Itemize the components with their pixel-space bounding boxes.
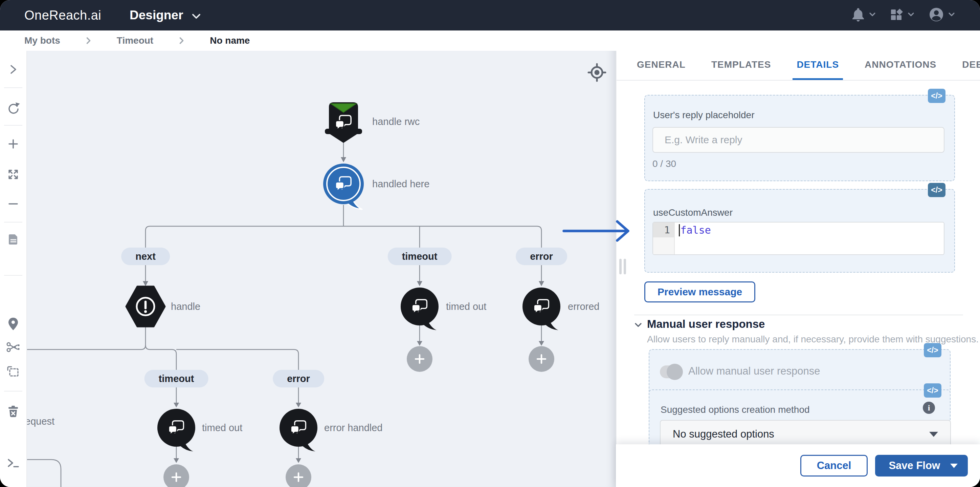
tab-debugging[interactable]: DEBUGGING — [958, 51, 980, 80]
char-counter: 0 / 30 — [652, 158, 676, 169]
app-window: OneReach.ai Designer — [0, 0, 980, 487]
flow-canvas[interactable]: handle rwc handled here next timeout err… — [27, 51, 616, 487]
branch-pill-timeout-2[interactable]: timeout — [145, 370, 208, 388]
plus-icon — [171, 472, 182, 482]
breadcrumb-current-name[interactable]: No name — [210, 35, 250, 46]
canvas-toolbar — [0, 51, 27, 487]
topbar-actions — [837, 0, 955, 30]
top-bar: OneReach.ai Designer — [0, 0, 980, 30]
terminal-icon[interactable] — [0, 451, 26, 475]
tab-templates[interactable]: TEMPLATES — [707, 51, 775, 80]
chevron-down-icon — [192, 8, 200, 22]
plus-icon — [293, 472, 304, 482]
node-label: handle — [171, 301, 200, 312]
zoom-in-icon[interactable] — [0, 132, 26, 156]
chevron-down-icon — [869, 12, 876, 18]
breadcrumb-flow[interactable]: Timeout — [117, 35, 153, 46]
apps-grid-icon — [890, 8, 904, 23]
node-label: timed out — [446, 301, 486, 312]
toolbar-divider — [4, 275, 22, 276]
text-cursor — [679, 224, 680, 236]
save-flow-label: Save Flow — [889, 460, 940, 472]
toolbar-divider — [4, 87, 22, 88]
annotation-arrow-icon — [562, 217, 640, 244]
node-message-selected[interactable] — [319, 159, 369, 212]
avatar-icon — [929, 7, 944, 24]
cut-icon[interactable] — [0, 335, 26, 359]
dropdown-caret-icon — [929, 432, 938, 437]
save-options-caret-icon[interactable] — [950, 464, 958, 468]
branch-pill-error-2[interactable]: error — [273, 370, 324, 388]
toolbar-divider — [4, 391, 22, 391]
node-alert[interactable] — [125, 286, 166, 329]
chevron-right-icon — [86, 37, 91, 45]
panel-resize-handle[interactable] — [619, 259, 622, 274]
code-mode-toggle-icon[interactable]: </> — [928, 183, 945, 197]
editor-gutter: 1 — [653, 222, 675, 254]
toggle-knob — [667, 364, 683, 380]
plus-icon — [536, 354, 547, 364]
node-message[interactable] — [157, 408, 199, 454]
code-mode-toggle-icon[interactable]: </> — [924, 383, 942, 398]
node-message[interactable] — [522, 287, 565, 333]
refresh-icon[interactable] — [0, 96, 26, 120]
editor-code-line[interactable]: false — [675, 222, 944, 254]
node-label: error handled — [324, 422, 383, 433]
branch-pill-error[interactable]: error — [516, 247, 567, 265]
code-mode-toggle-icon[interactable]: </> — [928, 89, 945, 103]
add-step-button[interactable] — [164, 464, 189, 487]
bell-icon — [851, 7, 865, 23]
chevron-down-icon — [908, 12, 914, 18]
location-icon[interactable] — [0, 312, 26, 336]
add-step-button[interactable] — [407, 346, 433, 372]
notifications-menu[interactable] — [851, 7, 876, 23]
tab-details[interactable]: DETAILS — [792, 51, 843, 80]
save-flow-button[interactable]: Save Flow — [875, 455, 968, 476]
select-area-icon[interactable] — [0, 360, 26, 383]
node-label: timed out — [202, 422, 242, 433]
node-label: handled here — [372, 179, 430, 190]
app-switcher[interactable]: Designer — [130, 0, 200, 30]
tab-annotations[interactable]: ANNOTATIONS — [861, 51, 940, 80]
locate-crosshair-icon[interactable] — [586, 62, 608, 83]
details-panel: GENERAL TEMPLATES DETAILS ANNOTATIONS DE… — [616, 51, 980, 487]
cancel-button[interactable]: Cancel — [800, 455, 868, 476]
section-title: Manual user response — [647, 318, 765, 331]
chevron-down-icon — [948, 12, 955, 18]
preview-message-button[interactable]: Preview message — [644, 281, 755, 302]
notes-document-icon[interactable] — [0, 228, 26, 251]
field-label: User's reply placeholder — [653, 110, 754, 121]
tab-general[interactable]: GENERAL — [633, 51, 690, 80]
breadcrumb-my-bots[interactable]: My bots — [24, 35, 60, 46]
toolbar-divider — [4, 222, 22, 222]
collapse-panel-icon[interactable] — [0, 57, 26, 81]
info-icon[interactable]: i — [923, 402, 935, 414]
plus-icon — [414, 354, 425, 364]
node-label: handle rwc — [372, 116, 420, 127]
node-label-clipped: equest — [27, 416, 54, 427]
apps-menu[interactable] — [890, 8, 914, 23]
branch-pill-next[interactable]: next — [121, 247, 170, 265]
zoom-out-icon[interactable] — [0, 192, 26, 216]
fit-to-screen-icon[interactable] — [0, 163, 26, 186]
line-number: 1 — [653, 222, 674, 237]
delete-icon[interactable] — [0, 400, 26, 423]
branch-pill-timeout[interactable]: timeout — [388, 247, 452, 265]
allow-manual-response-toggle[interactable] — [660, 366, 681, 378]
add-step-button[interactable] — [286, 464, 311, 487]
toolbar-divider — [4, 125, 22, 126]
account-menu[interactable] — [929, 7, 955, 24]
field-label: Suggested options creation method — [660, 404, 810, 415]
app-switcher-label: Designer — [130, 8, 183, 22]
flow-connectors — [27, 51, 616, 487]
node-message[interactable] — [400, 287, 442, 333]
collapse-section-icon[interactable] — [634, 323, 642, 329]
field-label: useCustomAnswer — [653, 207, 733, 218]
add-step-button[interactable] — [528, 346, 554, 372]
node-start-message[interactable] — [324, 100, 363, 145]
code-editor[interactable]: 1 false — [652, 222, 945, 255]
code-mode-toggle-icon[interactable]: </> — [924, 343, 942, 357]
reply-placeholder-input[interactable] — [652, 127, 945, 153]
node-message[interactable] — [279, 408, 321, 454]
panel-resize-handle[interactable] — [624, 259, 626, 274]
